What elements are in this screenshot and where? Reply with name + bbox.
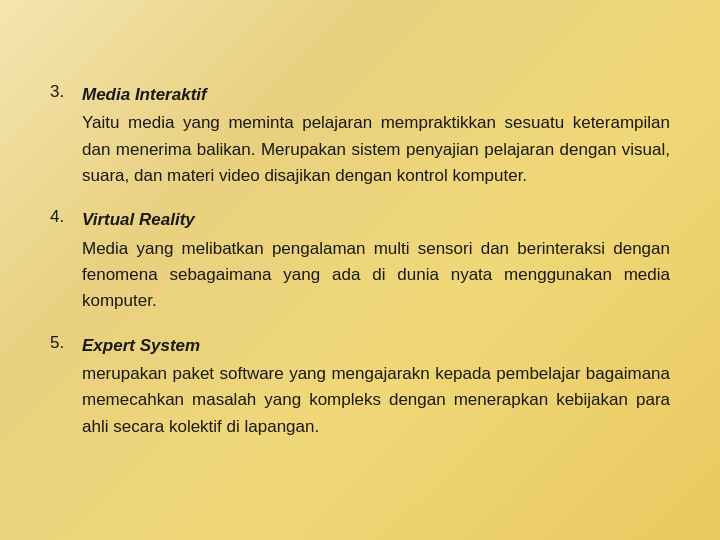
section-number: 3. [50, 82, 82, 102]
section-item: 5.Expert Systemmerupakan paket software … [50, 333, 670, 440]
section-body: merupakan paket software yang mengajarak… [82, 361, 670, 440]
section-body: Media yang melibatkan pengalaman multi s… [82, 236, 670, 315]
section-title: Virtual Reality [82, 207, 670, 233]
main-content: 3.Media InteraktifYaitu media yang memin… [30, 52, 690, 488]
section-number: 4. [50, 207, 82, 227]
section-title: Expert System [82, 333, 670, 359]
section-number: 5. [50, 333, 82, 353]
section-body: Yaitu media yang meminta pelajaran mempr… [82, 110, 670, 189]
section-item: 3.Media InteraktifYaitu media yang memin… [50, 82, 670, 189]
section-title: Media Interaktif [82, 82, 670, 108]
section-content: Expert Systemmerupakan paket software ya… [82, 333, 670, 440]
section-content: Media InteraktifYaitu media yang meminta… [82, 82, 670, 189]
section-content: Virtual RealityMedia yang melibatkan pen… [82, 207, 670, 314]
section-item: 4.Virtual RealityMedia yang melibatkan p… [50, 207, 670, 314]
